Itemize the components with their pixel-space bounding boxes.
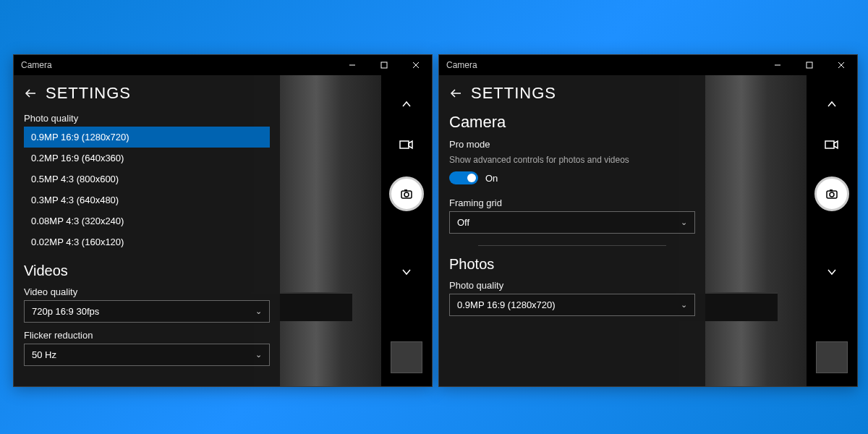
settings-title: SETTINGS: [46, 84, 131, 103]
back-arrow-icon[interactable]: [24, 87, 37, 100]
titlebar-controls: [762, 55, 857, 75]
svg-rect-18: [830, 190, 833, 191]
svg-point-17: [830, 192, 834, 197]
chevron-down-icon: ⌄: [255, 307, 262, 316]
photo-quality-option[interactable]: 0.08MP 4:3 (320x240): [24, 210, 270, 231]
close-button[interactable]: [400, 55, 432, 75]
flicker-reduction-label: Flicker reduction: [24, 330, 270, 341]
maximize-button[interactable]: [793, 55, 825, 75]
shutter-button[interactable]: [389, 176, 424, 211]
photo-quality-option[interactable]: 0.5MP 4:3 (800x600): [24, 169, 270, 190]
photo-quality-option[interactable]: 0.02MP 4:3 (160x120): [24, 231, 270, 252]
chevron-down-icon: ⌄: [255, 350, 262, 359]
chevron-down-icon[interactable]: [392, 258, 421, 286]
framing-grid-dropdown[interactable]: Off ⌄: [449, 211, 695, 234]
settings-panel: SETTINGS Camera Pro mode Show advanced c…: [439, 75, 705, 386]
camera-controls: [381, 75, 432, 386]
photo-quality-dropdown[interactable]: 0.9MP 16:9 (1280x720) ⌄: [449, 294, 695, 316]
last-capture-thumbnail[interactable]: [816, 341, 848, 373]
pro-mode-toggle[interactable]: [449, 171, 478, 184]
settings-title: SETTINGS: [471, 84, 556, 103]
back-arrow-icon[interactable]: [449, 87, 462, 100]
photo-quality-label: Photo quality: [24, 113, 270, 124]
minimize-button[interactable]: [336, 55, 368, 75]
titlebar-title: Camera: [439, 60, 477, 70]
svg-rect-14: [825, 141, 834, 148]
video-mode-icon[interactable]: [392, 130, 421, 159]
last-capture-thumbnail[interactable]: [391, 341, 422, 373]
svg-rect-8: [404, 190, 407, 191]
pro-mode-description: Show advanced controls for photos and vi…: [449, 155, 629, 165]
video-quality-dropdown[interactable]: 720p 16:9 30fps ⌄: [24, 300, 270, 323]
camera-window-left: Camera SETTINGS Photo quality 0.9MP 16:9…: [13, 54, 433, 387]
svg-rect-11: [807, 62, 812, 68]
photo-quality-option[interactable]: 0.9MP 16:9 (1280x720): [24, 127, 270, 148]
camera-heading: Camera: [449, 113, 695, 132]
titlebar: Camera: [14, 55, 432, 75]
shutter-button[interactable]: [814, 176, 849, 211]
minimize-button[interactable]: [762, 55, 793, 75]
flicker-value: 50 Hz: [32, 349, 56, 360]
chevron-down-icon: ⌄: [681, 300, 687, 310]
svg-rect-1: [381, 62, 387, 68]
video-quality-value: 720p 16:9 30fps: [32, 306, 99, 317]
titlebar-title: Camera: [14, 60, 52, 70]
photo-quality-option[interactable]: 0.3MP 4:3 (640x480): [24, 190, 270, 210]
chevron-up-icon[interactable]: [392, 90, 421, 119]
flicker-dropdown[interactable]: 50 Hz ⌄: [24, 344, 270, 366]
svg-point-7: [404, 192, 409, 197]
chevron-up-icon[interactable]: [817, 90, 846, 119]
framing-grid-label: Framing grid: [449, 197, 695, 208]
camera-controls: [807, 75, 857, 386]
section-divider: [478, 245, 666, 246]
close-button[interactable]: [825, 55, 857, 75]
titlebar-controls: [336, 55, 432, 75]
pro-mode-label: Pro mode: [449, 139, 695, 150]
photo-quality-label: Photo quality: [449, 280, 695, 291]
videos-heading: Videos: [24, 263, 270, 279]
titlebar: Camera: [439, 55, 857, 75]
camera-window-right: Camera SETTINGS Camera Pro mode Show adv…: [438, 54, 858, 387]
chevron-down-icon: ⌄: [681, 218, 687, 227]
photo-quality-options: 0.9MP 16:9 (1280x720) 0.2MP 16:9 (640x36…: [24, 127, 270, 252]
photos-heading: Photos: [449, 256, 695, 273]
pro-mode-state: On: [485, 173, 498, 184]
video-mode-icon[interactable]: [817, 130, 846, 159]
photo-quality-value: 0.9MP 16:9 (1280x720): [457, 299, 556, 310]
settings-panel: SETTINGS Photo quality 0.9MP 16:9 (1280x…: [14, 75, 280, 386]
chevron-down-icon[interactable]: [817, 258, 846, 286]
framing-grid-value: Off: [457, 217, 469, 228]
photo-quality-option[interactable]: 0.2MP 16:9 (640x360): [24, 148, 270, 169]
video-quality-label: Video quality: [24, 286, 270, 297]
maximize-button[interactable]: [368, 55, 400, 75]
svg-rect-4: [400, 141, 409, 148]
